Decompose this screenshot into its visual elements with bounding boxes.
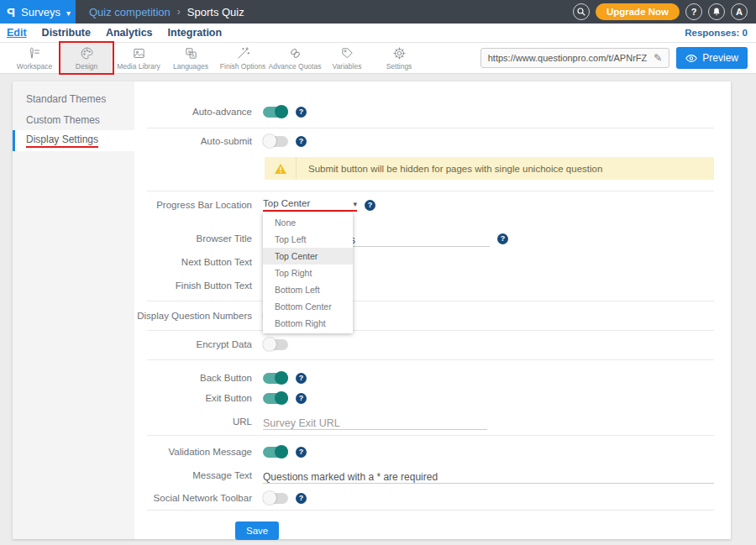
survey-section-nav: Edit Distribute Analytics Integration Re…	[0, 24, 756, 42]
back-button-toggle[interactable]	[263, 373, 288, 384]
progress-bar-location-select[interactable]: Top Center	[263, 198, 357, 212]
avatar[interactable]: A	[731, 3, 748, 20]
eye-icon	[685, 54, 697, 63]
settings-gear-icon	[392, 46, 407, 60]
svg-text:a: a	[187, 50, 190, 54]
back-button-help-icon[interactable]	[296, 373, 307, 384]
menu-option-top-center[interactable]: Top Center	[263, 248, 353, 265]
divider	[147, 330, 714, 331]
menu-option-bottom-left[interactable]: Bottom Left	[263, 281, 353, 298]
survey-url-field[interactable]: https://www.questionpro.com/t/APNrFZ ✎	[480, 48, 670, 68]
display-settings-panel: Standard Themes Custom Themes Display Se…	[13, 81, 731, 539]
save-button[interactable]: Save	[235, 521, 279, 540]
survey-url-text: https://www.questionpro.com/t/APNrFZ	[488, 53, 648, 63]
upgrade-now-button[interactable]: Upgrade Now	[596, 3, 680, 20]
menu-option-top-left[interactable]: Top Left	[263, 231, 353, 248]
auto-submit-help-icon[interactable]	[296, 136, 307, 147]
toolbar-item-finish-options[interactable]: Finish Options	[217, 43, 269, 73]
preview-button[interactable]: Preview	[676, 47, 748, 69]
tab-analytics[interactable]: Analytics	[106, 27, 153, 39]
surveys-product-menu[interactable]: P Surveys	[0, 0, 76, 24]
auto-submit-toggle[interactable]	[263, 136, 288, 147]
page-body: Standard Themes Custom Themes Display Se…	[0, 75, 756, 545]
auto-submit-row: Auto-submit	[134, 131, 714, 151]
auto-advance-help-icon[interactable]	[296, 107, 307, 118]
workspace-pen-icon	[28, 46, 42, 60]
menu-option-bottom-center[interactable]: Bottom Center	[263, 298, 353, 315]
auto-advance-toggle[interactable]	[263, 107, 288, 118]
toolbar-item-settings[interactable]: Settings	[373, 43, 425, 73]
encrypt-data-row: Encrypt Data	[134, 334, 714, 354]
toolbar-item-media-library[interactable]: Media Library	[113, 43, 165, 73]
search-icon[interactable]	[573, 3, 590, 20]
select-caret-icon	[353, 198, 357, 208]
divider	[147, 301, 714, 301]
social-network-toolbar-toggle[interactable]	[263, 493, 288, 504]
progress-bar-location-menu: None Top Left Top Center Top Right Botto…	[263, 212, 353, 333]
questionpro-logo-icon: P	[7, 5, 15, 19]
auto-submit-warning: Submit button will be hidden for pages w…	[265, 157, 714, 180]
divider	[147, 510, 714, 511]
validation-message-row: Validation Message	[134, 442, 714, 462]
advance-quotas-link-icon	[288, 46, 302, 60]
menu-option-top-right[interactable]: Top Right	[263, 265, 353, 281]
browser-title-help-icon[interactable]	[497, 233, 508, 244]
exit-button-help-icon[interactable]	[296, 393, 307, 404]
svg-text:A: A	[191, 52, 194, 57]
tab-integration[interactable]: Integration	[168, 27, 223, 39]
toolbar-item-advance-quotas[interactable]: Advance Quotas	[269, 43, 321, 73]
toolbar-item-design[interactable]: Design	[60, 43, 113, 73]
message-text-input[interactable]: Questions marked with a * are required	[263, 467, 714, 484]
variables-tag-icon	[340, 46, 354, 60]
toolbar-item-workspace[interactable]: Workspace	[8, 43, 60, 73]
divider	[147, 128, 714, 128]
exit-url-input[interactable]: Survey Exit URL	[263, 413, 487, 430]
media-library-image-icon	[132, 46, 146, 60]
tab-edit[interactable]: Edit	[7, 27, 27, 39]
back-button-row: Back Button	[134, 368, 714, 388]
exit-url-row: URL Survey Exit URL	[134, 411, 714, 432]
sidebar-item-standard-themes[interactable]: Standard Themes	[13, 88, 134, 109]
tab-distribute[interactable]: Distribute	[42, 27, 91, 39]
menu-option-bottom-right[interactable]: Bottom Right	[263, 315, 353, 332]
responses-count[interactable]: Responses: 0	[685, 28, 748, 38]
edit-url-pencil-icon[interactable]: ✎	[654, 52, 662, 64]
top-bar: P Surveys Quiz competition › Sports Quiz…	[0, 0, 756, 24]
notifications-bell-icon[interactable]	[708, 3, 725, 20]
next-button-text-row: Next Button Text	[134, 252, 714, 272]
exit-button-toggle[interactable]	[263, 393, 288, 404]
design-palette-icon	[80, 46, 94, 60]
display-question-numbers-row: Display Question Numbers	[134, 306, 714, 326]
product-name: Surveys	[21, 6, 60, 18]
menu-option-none[interactable]: None	[263, 214, 353, 231]
breadcrumb-separator-icon: ›	[177, 6, 181, 18]
divider	[147, 191, 714, 191]
encrypt-data-toggle[interactable]	[263, 339, 288, 350]
design-sidebar: Standard Themes Custom Themes Display Se…	[13, 81, 134, 539]
warning-text: Submit button will be hidden for pages w…	[297, 157, 602, 180]
validation-message-help-icon[interactable]	[296, 447, 307, 458]
help-circle-icon[interactable]: ?	[685, 3, 702, 20]
exit-button-row: Exit Button	[134, 388, 714, 408]
languages-translate-icon: aA	[184, 46, 198, 60]
questionpro-design-page: P Surveys Quiz competition › Sports Quiz…	[0, 0, 756, 545]
progress-bar-help-icon[interactable]	[365, 200, 375, 211]
topbar-actions: Upgrade Now ? A	[573, 3, 756, 20]
divider	[147, 435, 714, 436]
sidebar-item-custom-themes[interactable]: Custom Themes	[13, 109, 134, 130]
message-text-row: Message Text Questions marked with a * a…	[134, 465, 714, 485]
warning-triangle-icon	[274, 163, 287, 175]
toolbar-item-variables[interactable]: Variables	[321, 43, 373, 73]
breadcrumb-survey-title: Sports Quiz	[187, 6, 244, 18]
toolbar-item-languages[interactable]: aA Languages	[165, 43, 217, 73]
sidebar-item-display-settings[interactable]: Display Settings	[13, 130, 134, 151]
social-network-toolbar-help-icon[interactable]	[296, 493, 307, 504]
finish-options-wand-icon	[236, 46, 250, 60]
browser-title-row: Browser Title s	[134, 228, 714, 249]
divider	[147, 359, 714, 360]
breadcrumb-folder[interactable]: Quiz competition	[89, 6, 171, 18]
validation-message-toggle[interactable]	[263, 447, 288, 458]
toolbar-right-group: https://www.questionpro.com/t/APNrFZ ✎ P…	[480, 47, 748, 69]
chevron-down-icon	[66, 4, 71, 19]
display-settings-form: Auto-advance Auto-submit	[134, 81, 731, 539]
